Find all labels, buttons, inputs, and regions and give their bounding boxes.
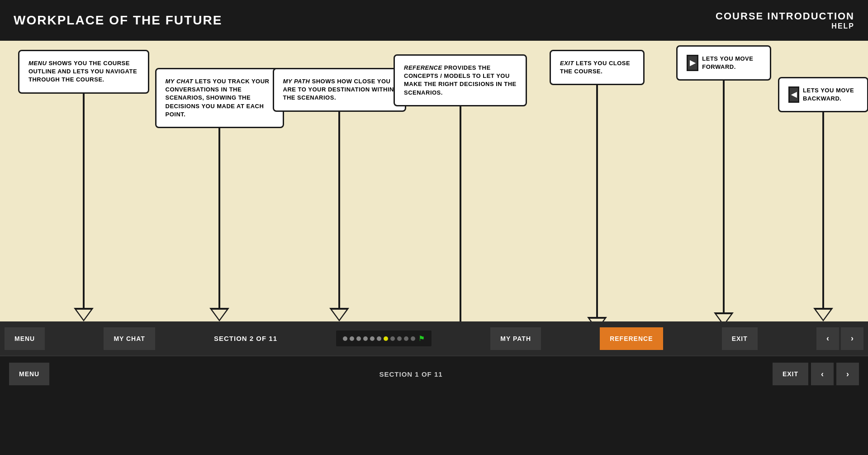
dot-6 (377, 336, 381, 341)
prev-button[interactable]: ‹ (816, 327, 839, 350)
section-counter: SECTION 2 OF 11 (214, 335, 277, 342)
mychat-keyword: MY CHAT (166, 78, 194, 85)
main-content: MENU SHOWS YOU THE COURSE OUTLINE AND LE… (0, 41, 868, 321)
dot-2 (350, 336, 354, 341)
arrow-mypath (329, 308, 349, 321)
menu-button[interactable]: MENU (5, 327, 45, 350)
dot-8 (390, 336, 395, 341)
next-button[interactable]: › (841, 327, 863, 350)
sign-box-menu: MENU SHOWS YOU THE COURSE OUTLINE AND LE… (18, 50, 149, 94)
sign-box-mychat: MY CHAT LETS YOU TRACK YOUR CONVERSATION… (155, 68, 284, 128)
sign-box-forward: ▶ LETS YOU MOVE FORWARD. (676, 45, 771, 81)
pole-forward (723, 81, 725, 312)
pole-backward (822, 112, 824, 308)
header-right: COURSE INTRODUCTION HELP (716, 10, 854, 30)
pole-mypath (338, 112, 340, 308)
exit-keyword: EXIT (560, 60, 574, 67)
bottom-menu-button[interactable]: MENU (9, 363, 49, 385)
sign-mypath: MY PATH SHOWS HOW CLOSE YOU ARE TO YOUR … (271, 68, 407, 321)
bottom-bar: MENU SECTION 1 OF 11 EXIT ‹ › (0, 355, 868, 392)
arrow-menu (74, 308, 94, 321)
dot-3 (356, 336, 361, 341)
progress-dots: ⚑ (336, 330, 432, 346)
pole-reference (460, 106, 461, 321)
dot-7 (384, 336, 388, 341)
app-title: WORKPLACE OF THE FUTURE (14, 13, 222, 28)
reference-button[interactable]: REFERENCE (600, 327, 663, 350)
menu-keyword: MENU (28, 60, 47, 67)
sign-exit: EXIT LETS YOU CLOSE THE COURSE. (547, 50, 647, 321)
sign-mychat: MY CHAT LETS YOU TRACK YOUR CONVERSATION… (154, 68, 285, 321)
dot-4 (363, 336, 368, 341)
mypath-button[interactable]: MY PATH (490, 327, 541, 350)
pole-mychat (218, 128, 220, 308)
bottom-next-button[interactable]: › (836, 363, 859, 385)
sign-backward: ◀ LETS YOU MOVE BACKWARD. (778, 77, 868, 321)
exit-button[interactable]: EXIT (722, 327, 758, 350)
sign-reference: REFERENCE PROVIDES THE CONCEPTS / MODELS… (394, 54, 527, 321)
reference-keyword: REFERENCE (404, 64, 442, 71)
nav-arrows: ‹ › (816, 327, 863, 350)
sign-box-mypath: MY PATH SHOWS HOW CLOSE YOU ARE TO YOUR … (273, 68, 406, 112)
help-button[interactable]: HELP (716, 22, 854, 30)
pole-exit (596, 85, 598, 317)
flag-icon: ⚑ (418, 334, 425, 343)
forward-icon: ▶ (687, 55, 698, 71)
top-header: WORKPLACE OF THE FUTURE COURSE INTRODUCT… (0, 0, 868, 41)
pole-menu (83, 94, 85, 308)
bottom-section-counter: SECTION 1 OF 11 (379, 370, 443, 378)
bottom-exit-button[interactable]: EXIT (773, 363, 808, 385)
arrow-forward (714, 312, 734, 321)
sign-box-exit: EXIT LETS YOU CLOSE THE COURSE. (550, 50, 645, 85)
arrow-mychat (209, 308, 229, 321)
backward-icon: ◀ (788, 86, 799, 103)
mypath-keyword: MY PATH (283, 78, 310, 85)
dot-10 (404, 336, 408, 341)
arrow-exit (587, 317, 607, 321)
sign-forward: ▶ LETS YOU MOVE FORWARD. (674, 45, 773, 321)
sign-menu: MENU SHOWS YOU THE COURSE OUTLINE AND LE… (18, 41, 149, 321)
nav-bar: MENU MY CHAT SECTION 2 OF 11 ⚑ MY PATH R… (0, 321, 868, 355)
arrow-backward (813, 308, 833, 321)
bottom-right-controls: EXIT ‹ › (773, 363, 859, 385)
bottom-prev-button[interactable]: ‹ (811, 363, 834, 385)
dot-9 (397, 336, 402, 341)
sign-box-backward: ◀ LETS YOU MOVE BACKWARD. (778, 77, 868, 112)
dot-11 (411, 336, 415, 341)
mychat-button[interactable]: MY CHAT (104, 327, 155, 350)
sign-box-reference: REFERENCE PROVIDES THE CONCEPTS / MODELS… (394, 54, 527, 106)
dot-1 (343, 336, 347, 341)
course-intro-label: COURSE INTRODUCTION (716, 10, 854, 22)
dot-5 (370, 336, 375, 341)
